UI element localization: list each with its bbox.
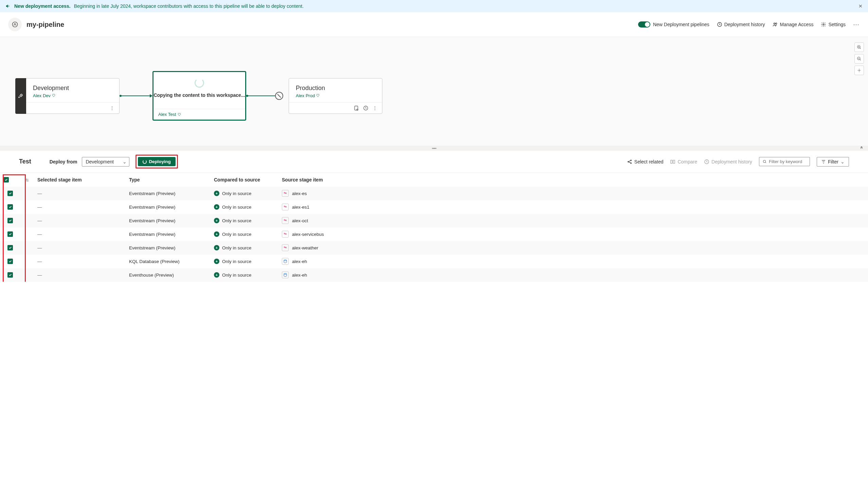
diamond-icon	[52, 94, 55, 97]
row-checkbox[interactable]	[7, 245, 13, 250]
stage-card-test[interactable]: Copying the content to this workspace...…	[152, 71, 246, 121]
selected-item-cell: —	[37, 218, 42, 223]
deployment-history-link[interactable]: Deployment history	[717, 22, 765, 27]
row-checkbox[interactable]	[7, 191, 13, 196]
eventstream-icon	[282, 244, 289, 251]
stage-more-button[interactable]: ⋮	[373, 105, 377, 111]
search-input[interactable]	[759, 157, 810, 166]
table-row[interactable]: —Eventstream (Preview)+Only in sourceale…	[0, 187, 868, 200]
svg-point-0	[13, 22, 18, 27]
source-cell: alex-weather	[292, 245, 318, 250]
header-type[interactable]: Type	[126, 173, 211, 187]
deploy-button[interactable]: Deploying	[138, 157, 175, 166]
selected-item-cell: —	[37, 245, 42, 250]
people-icon	[773, 22, 778, 27]
banner-title: New deployment access.	[14, 3, 71, 9]
pipeline-canvas[interactable]: Development Alex Dev ⋮ Copying the conte…	[0, 37, 868, 146]
history-icon	[717, 22, 722, 27]
deployment-history-button: Deployment history	[704, 159, 752, 164]
svg-point-4	[823, 24, 824, 25]
zoom-fit-button[interactable]	[854, 66, 864, 75]
header-compared[interactable]: Compared to source	[211, 173, 278, 187]
table-row[interactable]: —Eventstream (Preview)+Only in sourceale…	[0, 227, 868, 241]
page-header: my-pipeline New Deployment pipelines Dep…	[0, 12, 868, 37]
compared-cell: Only in source	[222, 205, 251, 210]
stage-connector	[246, 94, 279, 98]
toggle-label: New Deployment pipelines	[653, 22, 709, 27]
stage-subtitle: Alex Dev	[33, 93, 112, 98]
table-row[interactable]: —Eventhouse (Preview)+Only in sourcealex…	[0, 268, 868, 282]
svg-point-2	[774, 23, 775, 24]
stage-handle[interactable]	[15, 78, 26, 114]
table-row[interactable]: —Eventstream (Preview)+Only in sourceale…	[0, 200, 868, 214]
selected-item-cell: —	[37, 273, 42, 278]
selected-item-cell: —	[37, 232, 42, 237]
plus-icon: +	[214, 245, 219, 250]
history-icon	[704, 159, 709, 164]
compared-cell: Only in source	[222, 232, 251, 237]
svg-point-14	[631, 162, 632, 163]
new-pipelines-toggle[interactable]: New Deployment pipelines	[638, 21, 709, 28]
stage-card-production[interactable]: Production Alex Prod ⋮	[289, 78, 382, 114]
type-cell: Eventstream (Preview)	[126, 200, 211, 214]
type-cell: Eventstream (Preview)	[126, 241, 211, 255]
header-source[interactable]: Source stage item	[278, 173, 868, 187]
deploy-from-select[interactable]: Development ⌄	[82, 157, 129, 167]
banner-close-button[interactable]: ✕	[858, 3, 863, 9]
type-cell: Eventstream (Preview)	[126, 227, 211, 241]
settings-link[interactable]: Settings	[821, 22, 846, 27]
search-icon	[763, 159, 767, 164]
row-checkbox[interactable]	[7, 272, 13, 278]
row-checkbox[interactable]	[7, 259, 13, 264]
database-icon	[282, 272, 289, 278]
svg-point-12	[628, 161, 629, 162]
header-selected[interactable]: Selected stage item	[34, 173, 126, 187]
blocked-icon	[275, 92, 283, 100]
toggle-switch[interactable]	[638, 21, 650, 28]
more-menu-button[interactable]: ⋯	[853, 21, 860, 28]
zoom-out-button[interactable]	[854, 54, 864, 64]
filter-button[interactable]: Filter ⌄	[817, 157, 849, 167]
compared-cell: Only in source	[222, 273, 251, 278]
eventstream-icon	[282, 190, 289, 197]
svg-point-20	[284, 274, 287, 275]
plus-icon: +	[214, 231, 219, 237]
history-icon[interactable]	[363, 105, 368, 111]
zoom-in-button[interactable]	[854, 42, 864, 52]
sort-icon[interactable]	[25, 178, 29, 182]
source-cell: alex-es	[292, 191, 307, 196]
svg-rect-16	[673, 160, 675, 163]
row-checkbox[interactable]	[7, 218, 13, 223]
expand-panel-button[interactable]	[859, 145, 864, 151]
svg-point-8	[21, 95, 21, 95]
current-stage-label: Test	[19, 158, 31, 165]
table-row[interactable]: —KQL Database (Preview)+Only in sourceal…	[0, 255, 868, 268]
row-checkbox[interactable]	[7, 204, 13, 210]
select-all-checkbox[interactable]	[3, 177, 9, 182]
table-row[interactable]: —Eventstream (Preview)+Only in sourceale…	[0, 214, 868, 227]
items-table-wrap: Selected stage item Type Compared to sou…	[0, 173, 868, 282]
table-row[interactable]: —Eventstream (Preview)+Only in sourceale…	[0, 241, 868, 255]
svg-point-7	[859, 70, 860, 71]
panel-splitter[interactable]: ══	[0, 146, 868, 151]
row-checkbox[interactable]	[7, 231, 13, 237]
selected-item-cell: —	[37, 259, 42, 264]
diamond-icon	[316, 94, 320, 97]
selected-item-cell: —	[37, 191, 42, 196]
manage-access-link[interactable]: Manage Access	[773, 22, 814, 27]
eventstream-icon	[282, 231, 289, 238]
compared-cell: Only in source	[222, 191, 251, 196]
search-field[interactable]	[769, 159, 806, 164]
compared-cell: Only in source	[222, 218, 251, 223]
source-cell: alex-eh	[292, 259, 307, 264]
stage-title: Development	[33, 85, 112, 92]
stage-more-button[interactable]: ⋮	[110, 105, 114, 111]
stage-loading-text: Copying the content to this workspace...	[153, 92, 245, 98]
select-related-button[interactable]: Select related	[627, 159, 664, 164]
stage-subtitle: Alex Test	[158, 112, 181, 117]
stage-card-development[interactable]: Development Alex Dev ⋮	[26, 78, 120, 114]
rocket-icon	[18, 93, 23, 99]
deploy-button-highlight: Deploying	[135, 155, 178, 169]
eventstream-icon	[282, 217, 289, 224]
rules-icon[interactable]	[354, 105, 359, 111]
